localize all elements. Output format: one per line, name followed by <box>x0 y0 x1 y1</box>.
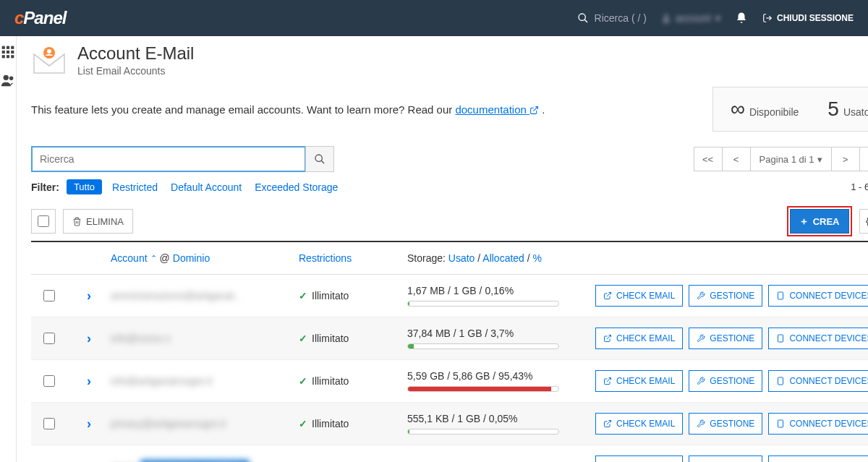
logout-button[interactable]: CHIUDI SESSIONE <box>762 13 854 23</box>
search-button[interactable] <box>305 146 334 172</box>
expand-toggle[interactable]: › <box>67 416 111 432</box>
check-icon: ✓ <box>299 375 307 387</box>
check-email-button[interactable]: CHECK EMAIL <box>595 413 683 435</box>
expand-toggle[interactable]: › <box>67 459 111 463</box>
connect-devices-button[interactable]: CONNECT DEVICES <box>768 285 868 307</box>
svg-rect-10 <box>2 55 5 58</box>
connect-devices-button[interactable]: CONNECT DEVICES <box>768 370 868 392</box>
row-checkbox[interactable] <box>43 333 55 344</box>
search-input[interactable] <box>31 146 306 172</box>
svg-rect-9 <box>11 51 14 54</box>
wrench-icon <box>697 291 705 300</box>
filter-default[interactable]: Default Account <box>171 181 242 193</box>
row-checkbox[interactable] <box>43 375 55 387</box>
account-cell: info@artiganairxxgre.it <box>111 375 299 387</box>
main-content: Account E-Mail List Email Accounts This … <box>17 36 868 462</box>
page-prev[interactable]: < <box>722 147 751 171</box>
external-icon <box>603 377 612 385</box>
check-email-button[interactable]: CHECK EMAIL <box>595 370 683 392</box>
sidebar <box>0 36 17 462</box>
caret-down-icon: ▾ <box>715 12 720 24</box>
page-first[interactable]: << <box>694 147 723 171</box>
documentation-link[interactable]: documentation <box>455 103 539 116</box>
row-checkbox[interactable] <box>43 418 55 429</box>
header-storage: Storage: Usato / Allocated / % <box>407 252 595 264</box>
search-icon <box>577 12 589 24</box>
svg-rect-27 <box>778 335 783 342</box>
users-icon <box>0 72 16 88</box>
connect-devices-button[interactable]: CONNECT DEVICES <box>768 413 868 435</box>
header-restrictions[interactable]: Restrictions <box>299 252 407 264</box>
top-search[interactable]: Ricerca ( / ) <box>577 12 647 24</box>
page-next[interactable]: > <box>831 147 860 171</box>
svg-line-1 <box>584 20 587 22</box>
result-count: 1 - 6 of 6 <box>851 181 868 192</box>
filter-exceeded[interactable]: Exceeded Storage <box>255 181 338 193</box>
check-email-button[interactable]: CHECK EMAIL <box>595 328 683 349</box>
external-link-icon <box>529 106 539 115</box>
sort-asc-icon: ⌃ <box>150 254 157 263</box>
connect-devices-button[interactable]: CONNECT DEVICES <box>768 455 868 462</box>
manage-button[interactable]: GESTIONE <box>689 328 762 349</box>
svg-line-23 <box>607 293 611 297</box>
storage-bar <box>407 429 559 435</box>
sidebar-users[interactable] <box>0 72 16 88</box>
logo: cPanel <box>14 8 66 28</box>
manage-button[interactable]: GESTIONE <box>689 455 762 462</box>
table-row: › info@artiganairxxgre.it ✓Illimitato 5,… <box>31 360 868 403</box>
manage-button[interactable]: GESTIONE <box>689 370 762 392</box>
device-icon <box>776 419 785 428</box>
storage-bar <box>407 301 559 307</box>
plus-icon <box>799 217 809 226</box>
page-select[interactable]: Pagina 1 di 1 ▾ <box>750 147 832 171</box>
account-cell: amministrazione@artiganal.. <box>111 290 299 301</box>
svg-rect-5 <box>7 46 9 49</box>
filter-restricted[interactable]: Restricted <box>112 181 158 193</box>
svg-line-26 <box>607 335 611 340</box>
device-icon <box>776 291 785 300</box>
trash-icon <box>72 217 82 226</box>
delete-button[interactable]: ELIMINA <box>63 209 133 234</box>
search-icon <box>314 153 326 165</box>
check-email-button[interactable]: CHECK EMAIL <box>595 285 683 307</box>
restriction-cell: ✓Illimitato <box>299 290 407 301</box>
check-email-button[interactable]: CHECK EMAIL <box>595 455 683 462</box>
svg-point-0 <box>579 14 585 20</box>
sidebar-apps[interactable] <box>1 45 15 59</box>
svg-rect-33 <box>778 420 783 427</box>
check-icon: ✓ <box>299 290 307 301</box>
restriction-cell: ✓Illimitato <box>299 418 407 429</box>
expand-toggle[interactable]: › <box>67 288 111 304</box>
wrench-icon <box>697 419 705 428</box>
table-header: Account ⌃ @ Dominio Restrictions Storage… <box>31 241 868 275</box>
svg-line-32 <box>607 421 611 425</box>
external-icon <box>603 291 612 300</box>
svg-point-18 <box>315 155 322 161</box>
storage-cell: 1,67 MB / 1 GB / 0,16% <box>407 285 595 307</box>
manage-button[interactable]: GESTIONE <box>689 285 762 307</box>
wrench-icon <box>697 377 705 385</box>
svg-rect-8 <box>7 51 9 54</box>
connect-devices-button[interactable]: CONNECT DEVICES <box>768 328 868 349</box>
table-row: › privacy@artiganarxxgre.it ✓Illimitato … <box>31 403 868 445</box>
top-search-label: Ricerca ( / ) <box>595 12 647 24</box>
row-checkbox[interactable] <box>43 290 55 301</box>
restriction-cell: ✓Illimitato <box>299 375 407 387</box>
table-row: › info@xxxxx.x ✓Illimitato 37,84 MB / 1 … <box>31 317 868 360</box>
header-account[interactable]: Account ⌃ @ Dominio <box>111 252 299 264</box>
page-last[interactable]: >> <box>859 147 868 171</box>
pagination: << < Pagina 1 di 1 ▾ > >> <box>694 147 868 171</box>
expand-toggle[interactable]: › <box>67 374 111 389</box>
svg-rect-6 <box>11 46 14 49</box>
notifications-button[interactable] <box>735 12 748 25</box>
settings-button[interactable]: ▾ <box>859 209 868 234</box>
select-all-checkbox[interactable] <box>38 215 49 227</box>
device-icon <box>776 377 785 385</box>
create-button[interactable]: CREA <box>790 209 849 234</box>
svg-line-29 <box>607 378 611 382</box>
expand-toggle[interactable]: › <box>67 331 111 346</box>
user-icon <box>661 13 671 23</box>
manage-button[interactable]: GESTIONE <box>689 413 762 435</box>
filter-all[interactable]: Tutto <box>67 179 102 194</box>
user-menu[interactable]: account ▾ <box>661 12 720 24</box>
